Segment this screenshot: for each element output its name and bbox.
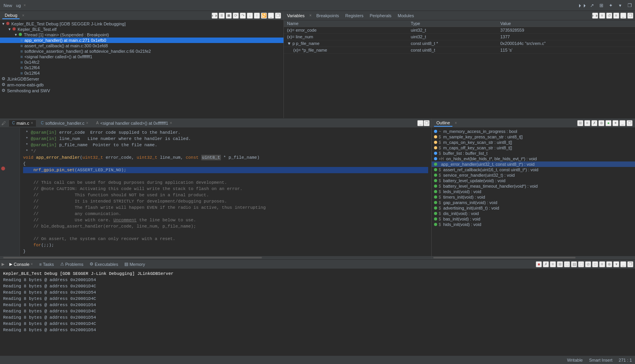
outline-item-2[interactable]: $m_caps_on_key_scan_str : uint8_t[] [432, 140, 635, 145]
console-maximize[interactable]: ❐ [627, 261, 633, 267]
vars-icon-2[interactable]: ≡ [599, 13, 605, 19]
outline-minimize[interactable]: _ [619, 120, 626, 126]
tab-registers[interactable]: Registers [344, 13, 365, 19]
tab-console[interactable]: ▶ Console × [8, 261, 34, 267]
outline-item-13[interactable]: $gap_params_init(void) : void [432, 200, 635, 205]
outline-item-5[interactable]: +Hon_hids_evt(ble_hids_t*, ble_hids_evt_… [432, 156, 635, 161]
editor-icon-maximize[interactable]: ❐ [423, 120, 430, 126]
debug-tree-item-5[interactable]: ≡softdevice_assertion_handler() at softd… [0, 48, 283, 54]
outline-scrollbar[interactable] [432, 256, 635, 259]
debug-icon-5[interactable]: ↷ [240, 13, 246, 19]
debug-tree-item-3[interactable]: ≡app_error_handler() at main.c:271 0x1ef… [0, 38, 283, 43]
outline-icon-5[interactable]: ● [605, 120, 612, 126]
debug-tree-item-2[interactable]: ▼Thread [1] <main> (Suspended : Breakpoi… [0, 32, 283, 38]
toolbar-icon-5[interactable]: ▾ [616, 2, 624, 9]
toolbar-icon-6[interactable]: ❐ [626, 2, 633, 9]
toolbar-icon-4[interactable]: ✦ [607, 2, 615, 9]
var-row-2[interactable]: ▼ p p_file_nameconst uint8_t *0x20001d4c… [284, 40, 635, 47]
tab-tasks[interactable]: ≡ Tasks [38, 261, 56, 267]
console-btn-11[interactable]: ⊕ [606, 261, 612, 267]
tab-main-c-close[interactable]: × [31, 121, 33, 125]
outline-icon-1[interactable]: ⊞ [577, 120, 583, 126]
debug-tree-item-0[interactable]: ▼Kepler_BLE_Test Debug [GDB SEGGER J-Lin… [0, 21, 283, 27]
var-row-0[interactable]: (x)= error_codeuint32_t3735928559 [284, 27, 635, 34]
outline-hscrollbar[interactable] [433, 257, 576, 258]
tab-problems[interactable]: ⚠ Problems [59, 261, 85, 267]
debug-minimize[interactable]: _ [268, 13, 274, 19]
debug-tree-item-9[interactable]: ≡0x12f64 [0, 70, 283, 76]
outline-item-10[interactable]: $battery_level_meas_timeout_handler(void… [432, 183, 635, 189]
outline-item-3[interactable]: $m_caps_off_key_scan_str : uint8_t[] [432, 145, 635, 151]
outline-item-17[interactable]: $hids_init(void) : void [432, 222, 635, 227]
breakpoint-dot-6[interactable] [1, 167, 5, 170]
debug-icon-3[interactable]: ⏹ [226, 13, 232, 19]
debug-maximize[interactable]: ❐ [275, 13, 281, 19]
vars-minimize[interactable]: _ [620, 13, 626, 19]
editor-icon-minimize[interactable]: _ [417, 120, 423, 126]
outline-item-6[interactable]: app_error_handler(uint32_t, const uint8_… [432, 161, 635, 167]
editor-scrollbar[interactable] [0, 256, 431, 259]
outline-icon-6[interactable]: ✦ [612, 120, 619, 126]
toolbar-icon-3[interactable]: ⊞ [597, 2, 605, 9]
console-btn-8[interactable]: ⊘ [585, 261, 591, 267]
tab-peripherals[interactable]: Peripherals [368, 13, 393, 19]
debug-tab-close[interactable]: × [23, 3, 26, 7]
outline-item-14[interactable]: $advertising_init(uint8_t) : void [432, 205, 635, 211]
console-btn-3[interactable]: ≡ [550, 261, 556, 267]
console-btn-2[interactable]: ✗ [543, 261, 549, 267]
outline-item-1[interactable]: $m_sample_key_press_scan_str : uint8_t[] [432, 134, 635, 140]
tab-breakpoints[interactable]: Breakpoints [315, 13, 341, 19]
outline-item-11[interactable]: $leds_init(void) : void [432, 189, 635, 194]
debug-tab-close-btn[interactable]: × [22, 13, 24, 18]
new-button[interactable]: New [2, 2, 14, 9]
outline-item-0[interactable]: ~m_memory_access_in_progress : bool [432, 129, 635, 134]
tab-modules[interactable]: Modules [396, 13, 416, 19]
debug-tree-item-1[interactable]: ▼Kepler_BLE_Test.elf [0, 27, 283, 32]
console-minimize[interactable]: _ [620, 261, 626, 267]
tab-signal-handler[interactable]: A <signal handler called>() at 0xfffffff… [93, 120, 176, 127]
var-row-1[interactable]: (x)= line_numuint32_t1377 [284, 34, 635, 40]
toolbar-icon-1[interactable]: ⏵⏵ [579, 2, 587, 9]
vars-icon-4[interactable]: ≡ [613, 13, 619, 19]
outline-item-7[interactable]: $assert_nrf_callback(uint16_t, const uin… [432, 167, 635, 172]
debug-tree-item-4[interactable]: ≡assert_nrf_callback() at main.c:300 0x1… [0, 43, 283, 48]
vars-icon-3[interactable]: ↺ [606, 13, 612, 19]
console-btn-stop[interactable]: ■ [536, 261, 542, 267]
outline-icon-2[interactable]: ≡ [584, 120, 590, 126]
console-btn-5[interactable]: ⬚ [564, 261, 570, 267]
debug-tree-item-6[interactable]: ≡<signal handler called>() at 0xfffffff1 [0, 54, 283, 59]
outline-item-9[interactable]: $battery_level_update(void) : void [432, 178, 635, 183]
debug-icon-4[interactable]: ⟳ [233, 13, 239, 19]
vars-icon-1[interactable]: ⏵⏵ [592, 13, 598, 19]
tab-signal-close[interactable]: × [170, 121, 172, 125]
tab-softdevice-close[interactable]: × [86, 121, 88, 125]
editor-hscrollbar[interactable] [3, 257, 262, 258]
outline-maximize[interactable]: ❐ [626, 120, 633, 126]
var-row-3[interactable]: (x)= *p_file_nameconst uint8_t115 's' [284, 47, 635, 54]
outline-item-16[interactable]: $bas_init(void) : void [432, 216, 635, 222]
outline-tab-close[interactable]: × [455, 121, 457, 125]
debug-tree-item-12[interactable]: ⚙Semihosting and SWV [0, 88, 283, 93]
debug-icon-6[interactable]: ↓ [247, 13, 253, 19]
tab-variables[interactable]: Variables [285, 13, 306, 19]
vars-maximize[interactable]: ❐ [627, 13, 633, 19]
toolbar-icon-2[interactable]: ↗ [588, 2, 596, 9]
debug-tree-item-8[interactable]: ≡0x12f64 [0, 65, 283, 70]
debug-icon-7[interactable]: ↑ [254, 13, 260, 19]
console-btn-12[interactable]: ▾ [613, 261, 619, 267]
outline-icon-3[interactable]: ✗ [591, 120, 597, 126]
console-btn-4[interactable]: ⊞ [557, 261, 563, 267]
tab-memory[interactable]: ▤ Memory [123, 261, 147, 267]
outline-icon-4[interactable]: ⊕ [598, 120, 605, 126]
outline-item-12[interactable]: $timers_init(void) : void [432, 194, 635, 200]
tab-executables[interactable]: ⚙ Executables [88, 261, 120, 267]
debug-tree-item-11[interactable]: ⚙arm-none-eabi-gdb [0, 82, 283, 88]
console-close[interactable]: × [30, 262, 33, 266]
console-btn-6[interactable]: ▤ [571, 261, 577, 267]
tab-softdevice[interactable]: C softdevice_handler.c × [37, 120, 91, 127]
debug-tab-label[interactable]: Debug [2, 12, 20, 19]
console-btn-7[interactable]: ⬚ [578, 261, 584, 267]
console-btn-10[interactable]: ≡ [599, 261, 605, 267]
debug-tree-item-10[interactable]: ⚙JLinkGDBServer [0, 76, 283, 82]
outline-item-8[interactable]: $service_error_handler(uint32_t) : void [432, 172, 635, 178]
